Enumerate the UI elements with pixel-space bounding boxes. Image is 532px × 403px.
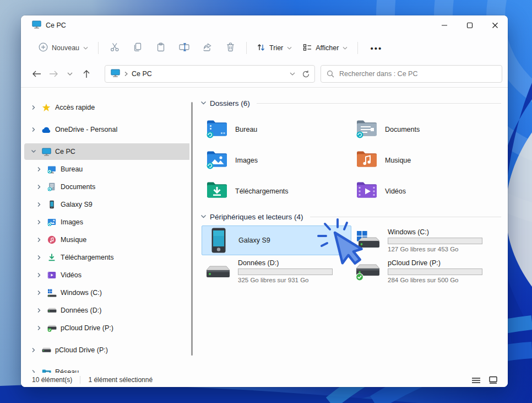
chevron-right-icon[interactable] (34, 237, 44, 243)
search-icon (327, 70, 334, 78)
sidebar-item-ce-pc[interactable]: Ce PC (21, 143, 189, 160)
chevron-right-icon[interactable] (34, 202, 44, 207)
download-icon (46, 253, 57, 262)
sidebar-item-galaxy-s9[interactable]: Galaxy S9 (21, 196, 189, 213)
chevron-right-icon[interactable] (34, 166, 44, 172)
search-input[interactable] (339, 70, 496, 78)
drive-item-galaxy-s9[interactable]: Galaxy S9 (202, 225, 351, 255)
sidebar-scrollbar[interactable] (189, 88, 195, 373)
folder-item-vid-os[interactable]: Vidéos (351, 176, 501, 207)
computer-icon (41, 148, 52, 156)
drive-icon (46, 308, 57, 313)
chevron-right-icon[interactable] (29, 347, 39, 353)
delete-button[interactable] (219, 39, 242, 57)
chevron-down-icon (287, 44, 292, 52)
chevron-right-icon[interactable] (34, 325, 44, 331)
chevron-right-icon[interactable] (34, 272, 44, 278)
folder-label: Bureau (235, 126, 257, 133)
folder-item-musique[interactable]: Musique (351, 145, 501, 176)
capacity-bar (238, 268, 333, 275)
this-pc-icon (32, 20, 41, 31)
chevron-right-icon[interactable] (34, 219, 44, 225)
drive-label: Données (D:) (238, 259, 333, 267)
sidebar-item-onedrive-personal[interactable]: OneDrive - Personal (21, 121, 189, 138)
sidebar-item-label: Documents (61, 183, 95, 191)
sidebar-item-pcloud-drive-p-[interactable]: pCloud Drive (P:) (21, 319, 189, 337)
chevron-right-icon[interactable] (34, 308, 44, 313)
drive-item-pcloud-drive-p-[interactable]: pCloud Drive (P:) 284 Go libres sur 500 … (351, 256, 501, 286)
new-button[interactable]: Nouveau (33, 39, 94, 57)
address-bar[interactable]: Ce PC (105, 65, 315, 83)
rename-button[interactable] (172, 39, 196, 57)
chevron-down-icon[interactable] (29, 149, 39, 154)
new-button-label: Nouveau (52, 44, 79, 52)
sidebar-item-windows-c-[interactable]: Windows (C:) (21, 284, 189, 302)
chevron-right-icon[interactable] (29, 127, 39, 132)
sidebar-item-bureau[interactable]: Bureau (21, 160, 189, 178)
chevron-right-icon[interactable] (34, 255, 44, 260)
view-options-icon (303, 44, 312, 53)
folder-documents-icon (356, 119, 378, 141)
cut-button[interactable] (103, 39, 126, 57)
sort-button[interactable]: Trier (251, 39, 297, 57)
folder-label: Images (235, 157, 258, 164)
address-dropdown-icon[interactable] (290, 72, 295, 76)
sidebar-item-acc-s-rapide[interactable]: Accès rapide (21, 99, 189, 116)
forward-button[interactable] (45, 66, 62, 82)
chevron-right-icon[interactable] (34, 184, 44, 190)
close-button[interactable] (482, 15, 508, 35)
folders-section-header[interactable]: Dossiers (6) (200, 98, 501, 109)
sidebar-item-musique[interactable]: Musique (21, 231, 189, 249)
close-icon (492, 22, 498, 29)
paste-button[interactable] (149, 39, 172, 57)
refresh-icon[interactable] (302, 70, 310, 78)
breadcrumb[interactable]: Ce PC (132, 70, 152, 78)
folder-item-documents[interactable]: Documents (351, 114, 501, 145)
sidebar-item-vid-os[interactable]: Vidéos (21, 266, 189, 284)
recent-locations-button[interactable] (62, 66, 78, 82)
sidebar-item-pcloud-drive-p-[interactable]: pCloud Drive (P:) (21, 341, 189, 359)
selection-count: 1 élément sélectionné (88, 376, 153, 384)
sidebar-item-t-l-chargements[interactable]: Téléchargements (21, 249, 189, 266)
sidebar-item-documents[interactable]: Documents (21, 178, 189, 196)
minimize-button[interactable] (432, 15, 457, 35)
sort-button-label: Trier (269, 44, 283, 52)
drive-large-check-icon (355, 261, 381, 281)
chevron-right-icon[interactable] (29, 105, 39, 110)
maximize-button[interactable] (457, 15, 482, 35)
folder-item-images[interactable]: Images (202, 145, 351, 176)
document-icon (46, 182, 57, 191)
folder-images-icon (206, 149, 228, 171)
folder-label: Téléchargements (235, 187, 289, 195)
view-button[interactable]: Afficher (297, 39, 353, 57)
copy-button[interactable] (126, 39, 149, 57)
scrollbar-thumb[interactable] (191, 102, 193, 356)
delete-icon (226, 42, 235, 54)
back-button[interactable] (29, 66, 45, 82)
sidebar-item-donn-es-d-[interactable]: Données (D:) (21, 302, 189, 319)
more-options-button[interactable]: ••• (362, 44, 390, 53)
sidebar-item-r-seau[interactable]: Réseau (21, 363, 189, 373)
phone-icon (46, 200, 57, 209)
sort-arrows-icon (257, 43, 265, 53)
network-icon (41, 369, 52, 373)
chevron-right-icon[interactable] (34, 290, 44, 295)
drive-icon (41, 347, 52, 353)
items-count: 10 élément(s) (32, 376, 72, 384)
folder-item-t-l-chargements[interactable]: Téléchargements (202, 176, 351, 207)
sidebar-item-images[interactable]: Images (21, 213, 189, 231)
large-icons-view-icon[interactable] (488, 376, 498, 384)
share-button[interactable] (196, 39, 219, 57)
details-view-icon[interactable] (471, 377, 481, 384)
sidebar-item-label: Téléchargements (61, 254, 114, 261)
cloud-icon (41, 126, 52, 133)
sidebar-item-label: Vidéos (61, 271, 82, 279)
drive-item-donn-es-d-[interactable]: Données (D:) 325 Go libres sur 931 Go (202, 256, 351, 286)
up-button[interactable] (78, 66, 95, 82)
search-box[interactable] (321, 65, 502, 83)
folder-item-bureau[interactable]: Bureau (202, 114, 351, 145)
capacity-bar (388, 268, 482, 275)
drive-item-windows-c-[interactable]: Windows (C:) 127 Go libres sur 453 Go (351, 225, 501, 255)
chevron-right-icon[interactable] (29, 369, 39, 373)
drives-section-header[interactable]: Périphériques et lecteurs (4) (200, 211, 501, 222)
